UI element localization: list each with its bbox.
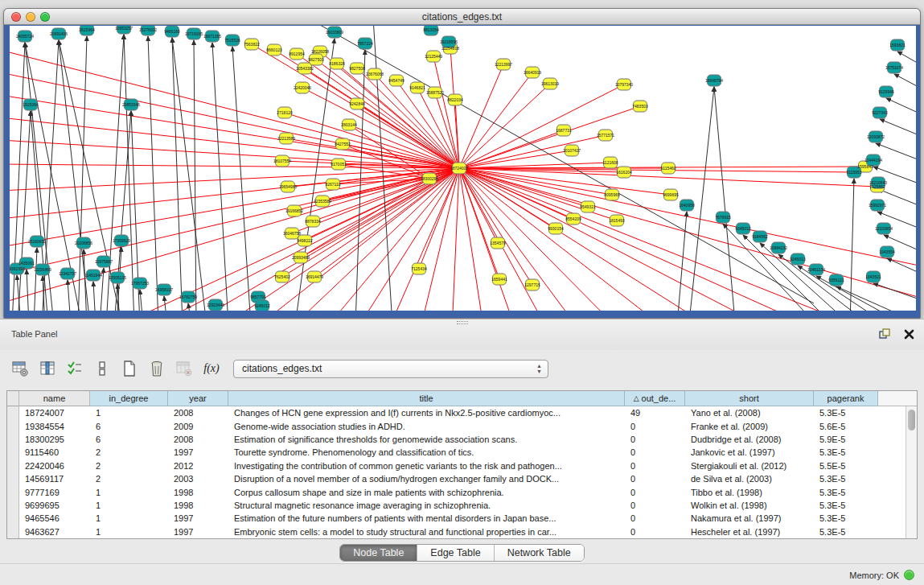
cell-out_de[interactable]: 0 xyxy=(625,419,685,432)
cell-title[interactable]: Disruption of a novel member of a sodium… xyxy=(228,472,625,485)
cell-out_de[interactable]: 0 xyxy=(625,512,685,525)
cell-in_degree[interactable]: 1 xyxy=(90,406,168,419)
table-row[interactable]: 946362711997Embryonic stem cells: a mode… xyxy=(7,525,917,538)
cell-title[interactable]: Genome-wide association studies in ADHD. xyxy=(228,419,625,432)
row-height-button[interactable] xyxy=(90,356,114,381)
cell-in_degree[interactable]: 2 xyxy=(90,446,168,459)
cell-out_de[interactable]: 0 xyxy=(625,499,685,512)
table-row[interactable]: 1872400712008Changes of HCN gene express… xyxy=(7,406,917,419)
function-builder-button[interactable]: f(x) xyxy=(199,356,224,381)
cell-name[interactable]: 9115460 xyxy=(19,446,90,459)
network-window-titlebar[interactable]: citations_edges.txt xyxy=(4,9,920,25)
cell-short[interactable]: Nakamura et al. (1997) xyxy=(685,512,814,525)
panel-resize-grip[interactable] xyxy=(457,321,468,324)
column-header-year[interactable]: year xyxy=(168,391,228,406)
tab-edge-table[interactable]: Edge Table xyxy=(417,545,494,561)
cell-pagerank[interactable]: 5.3E-5 xyxy=(814,512,878,525)
cell-in_degree[interactable]: 1 xyxy=(90,499,168,512)
cell-in_degree[interactable]: 6 xyxy=(90,433,168,446)
float-panel-button[interactable] xyxy=(877,327,892,341)
delete-column-button[interactable] xyxy=(145,356,169,381)
table-row[interactable]: 2242004622012Investigating the contribut… xyxy=(7,459,917,472)
cell-year[interactable]: 1998 xyxy=(168,499,228,512)
cell-year[interactable]: 2012 xyxy=(168,459,228,472)
show-columns-button[interactable] xyxy=(35,356,60,381)
close-panel-button[interactable] xyxy=(901,327,916,341)
cell-name[interactable]: 9699695 xyxy=(19,499,90,512)
minimize-window-button[interactable] xyxy=(26,12,35,22)
cell-short[interactable]: Dudbridge et al. (2008) xyxy=(685,433,814,446)
column-header-title[interactable]: title xyxy=(228,391,625,406)
cell-title[interactable]: Tourette syndrome. Phenomenology and cla… xyxy=(228,446,625,459)
cell-short[interactable]: Hescheler et al. (1997) xyxy=(685,525,814,538)
cell-name[interactable]: 9777169 xyxy=(19,485,90,498)
cell-out_de[interactable]: 49 xyxy=(625,406,685,419)
cell-out_de[interactable]: 0 xyxy=(625,446,685,459)
cell-title[interactable]: Structural magnetic resonance image aver… xyxy=(228,499,625,512)
delete-table-button[interactable] xyxy=(172,356,196,381)
zoom-window-button[interactable] xyxy=(40,12,50,22)
cell-short[interactable]: de Silva et al. (2003) xyxy=(685,472,814,485)
cell-out_de[interactable]: 0 xyxy=(625,433,685,446)
cell-short[interactable]: Wolkin et al. (1998) xyxy=(685,499,814,512)
cell-pagerank[interactable]: 5.3E-5 xyxy=(814,499,878,512)
cell-title[interactable]: Investigating the contribution of common… xyxy=(228,459,625,472)
cell-title[interactable]: Corpus callosum shape and size in male p… xyxy=(228,485,625,498)
tab-network-table[interactable]: Network Table xyxy=(495,545,584,561)
select-columns-button[interactable] xyxy=(63,356,87,381)
cell-name[interactable]: 14569117 xyxy=(19,472,90,485)
table-row[interactable]: 969969511998Structural magnetic resonanc… xyxy=(7,499,917,512)
cell-out_de[interactable]: 0 xyxy=(625,459,685,472)
table-row[interactable]: 1830029562008Estimation of significance … xyxy=(7,433,917,446)
cell-pagerank[interactable]: 5.3E-5 xyxy=(814,406,878,419)
close-window-button[interactable] xyxy=(11,12,21,22)
cell-in_degree[interactable]: 6 xyxy=(90,419,168,432)
cell-pagerank[interactable]: 5.3E-5 xyxy=(814,472,878,485)
cell-short[interactable]: Stergiakouli et al. (2012) xyxy=(685,459,814,472)
cell-year[interactable]: 2008 xyxy=(168,406,228,419)
scrollbar-thumb[interactable] xyxy=(908,410,915,431)
cell-pagerank[interactable]: 5.3E-5 xyxy=(814,485,878,498)
tab-node-table[interactable]: Node Table xyxy=(340,545,417,561)
table-row[interactable]: 1938455462009Genome-wide association stu… xyxy=(7,419,917,432)
cell-pagerank[interactable]: 5.3E-5 xyxy=(814,525,878,538)
cell-title[interactable]: Estimation of the future numbers of pati… xyxy=(228,512,625,525)
cell-title[interactable]: Estimation of significance thresholds fo… xyxy=(228,433,625,446)
column-header-out_de[interactable]: △out_de... xyxy=(625,391,685,406)
table-select-combo[interactable]: citations_edges.txt ▲▼ xyxy=(233,360,548,378)
cell-year[interactable]: 1997 xyxy=(168,525,228,538)
cell-short[interactable]: Franke et al. (2009) xyxy=(685,419,814,432)
cell-pagerank[interactable]: 5.9E-5 xyxy=(814,433,878,446)
cell-out_de[interactable]: 0 xyxy=(625,472,685,485)
table-row[interactable]: 1456911722003Disruption of a novel membe… xyxy=(7,472,917,485)
column-header-name[interactable]: name xyxy=(19,391,90,406)
cell-name[interactable]: 18724007 xyxy=(19,406,90,419)
cell-in_degree[interactable]: 1 xyxy=(90,512,168,525)
table-row[interactable]: 977716911998Corpus callosum shape and si… xyxy=(7,485,917,498)
column-header-in_degree[interactable]: in_degree xyxy=(90,391,168,406)
cell-year[interactable]: 1997 xyxy=(168,446,228,459)
table-row[interactable]: 911546021997Tourette syndrome. Phenomeno… xyxy=(7,446,917,459)
column-header-pagerank[interactable]: pagerank xyxy=(814,391,878,406)
cell-in_degree[interactable]: 1 xyxy=(90,485,168,498)
cell-year[interactable]: 2008 xyxy=(168,433,228,446)
cell-year[interactable]: 2009 xyxy=(168,419,228,432)
cell-year[interactable]: 1998 xyxy=(168,485,228,498)
network-canvas[interactable]: 7563822866012389129541822605898275038186… xyxy=(10,26,916,311)
network-graph[interactable]: 7563822866012389129541822605898275038186… xyxy=(10,26,916,311)
cell-title[interactable]: Embryonic stem cells: a model to study s… xyxy=(228,525,625,538)
vertical-scrollbar[interactable] xyxy=(906,406,917,538)
cell-in_degree[interactable]: 2 xyxy=(90,459,168,472)
cell-out_de[interactable]: 0 xyxy=(625,485,685,498)
cell-name[interactable]: 19384554 xyxy=(19,419,90,432)
cell-name[interactable]: 18300295 xyxy=(19,433,90,446)
network-window[interactable]: citations_edges.txt 75638228660123891295… xyxy=(3,8,921,319)
table-options-button[interactable] xyxy=(8,356,32,381)
cell-name[interactable]: 22420046 xyxy=(19,459,90,472)
cell-year[interactable]: 1997 xyxy=(168,512,228,525)
cell-pagerank[interactable]: 5.5E-5 xyxy=(814,459,878,472)
cell-pagerank[interactable]: 5.6E-5 xyxy=(814,419,878,432)
new-column-button[interactable] xyxy=(117,356,142,381)
cell-short[interactable]: Jankovic et al. (1997) xyxy=(685,446,814,459)
cell-pagerank[interactable]: 5.3E-5 xyxy=(814,446,878,459)
